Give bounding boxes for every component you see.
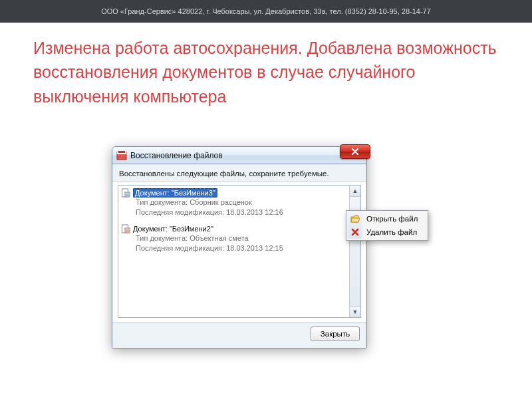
menu-open-file[interactable]: Открыть файл bbox=[348, 212, 426, 225]
document-icon bbox=[121, 224, 130, 233]
folder-open-icon bbox=[350, 214, 360, 223]
document-icon bbox=[121, 188, 130, 198]
entry-details: Тип документа: Сборник расценок Последня… bbox=[121, 198, 358, 217]
menu-label: Удалить файл bbox=[366, 228, 417, 236]
close-icon bbox=[351, 148, 359, 155]
list-item[interactable]: Документ: "БезИмени3" Тип документа: Сбо… bbox=[118, 186, 360, 221]
svg-rect-2 bbox=[118, 151, 125, 153]
delete-icon bbox=[350, 227, 360, 237]
context-menu: Открыть файл Удалить файл bbox=[346, 210, 428, 241]
scroll-down-button[interactable]: ▼ bbox=[350, 306, 360, 317]
app-icon bbox=[116, 150, 127, 161]
window-close-button[interactable] bbox=[340, 144, 370, 159]
slide-headline: Изменена работа автосохранения. Добавлен… bbox=[0, 23, 532, 115]
entry-name: Документ: "БезИмени2" bbox=[133, 225, 213, 233]
dialog-instruction: Восстановлены следующие файлы, сохраните… bbox=[112, 164, 366, 182]
file-recovery-dialog: Восстановление файлов Восстановлены след… bbox=[112, 146, 367, 348]
dialog-titlebar[interactable]: Восстановление файлов bbox=[112, 147, 366, 164]
entry-details: Тип документа: Объектная смета Последняя… bbox=[121, 233, 358, 253]
dialog-title: Восстановление файлов bbox=[130, 151, 223, 160]
list-item[interactable]: Документ: "БезИмени2" Тип документа: Объ… bbox=[118, 221, 360, 257]
menu-delete-file[interactable]: Удалить файл bbox=[348, 225, 426, 239]
page-header-bar: ООО «Гранд-Сервис» 428022, г. Чебоксары,… bbox=[0, 0, 532, 23]
dialog-button-row: Закрыть bbox=[112, 322, 366, 348]
scroll-up-button[interactable]: ▲ bbox=[350, 186, 360, 197]
company-info: ООО «Гранд-Сервис» 428022, г. Чебоксары,… bbox=[101, 7, 431, 15]
recovered-files-list: Документ: "БезИмени3" Тип документа: Сбо… bbox=[118, 185, 361, 318]
entry-name: Документ: "БезИмени3" bbox=[133, 188, 217, 198]
menu-label: Открыть файл bbox=[366, 215, 418, 223]
scrollbar[interactable]: ▲ ▼ bbox=[349, 186, 360, 317]
close-button[interactable]: Закрыть bbox=[311, 327, 360, 341]
